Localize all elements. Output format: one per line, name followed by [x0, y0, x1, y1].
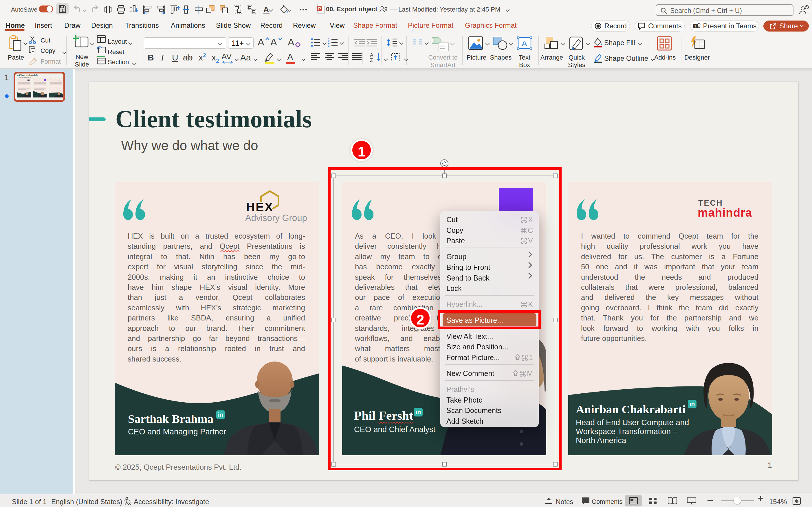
- svg-text:2: 2: [328, 41, 330, 44]
- svg-text:1: 1: [328, 38, 330, 41]
- svg-text:3: 3: [328, 44, 330, 47]
- svg-text:A: A: [263, 5, 269, 14]
- svg-text:Z: Z: [370, 58, 373, 62]
- svg-text:A: A: [370, 52, 373, 58]
- svg-text:A: A: [522, 39, 527, 48]
- svg-text:T: T: [694, 24, 697, 29]
- svg-text:P: P: [318, 6, 321, 11]
